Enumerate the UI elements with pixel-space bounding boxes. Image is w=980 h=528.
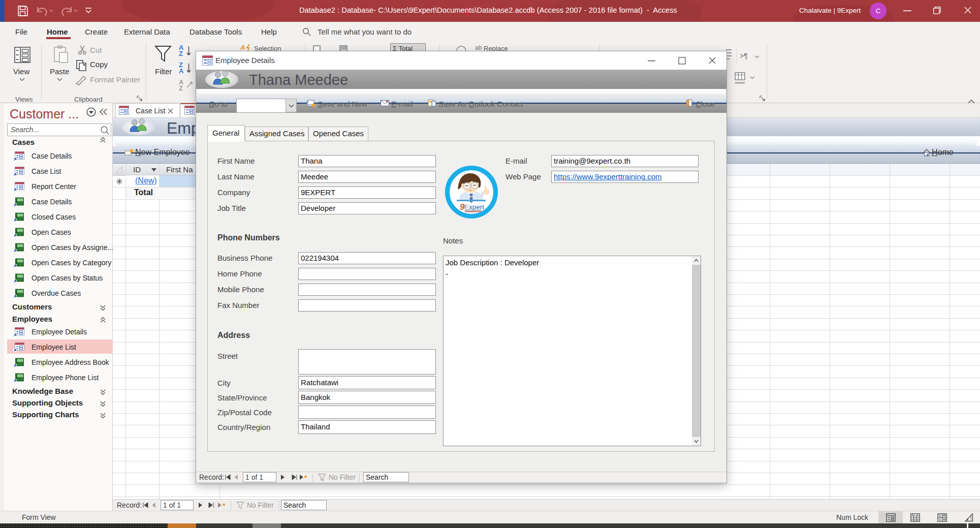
svg-text:Expert: Expert <box>464 203 484 211</box>
